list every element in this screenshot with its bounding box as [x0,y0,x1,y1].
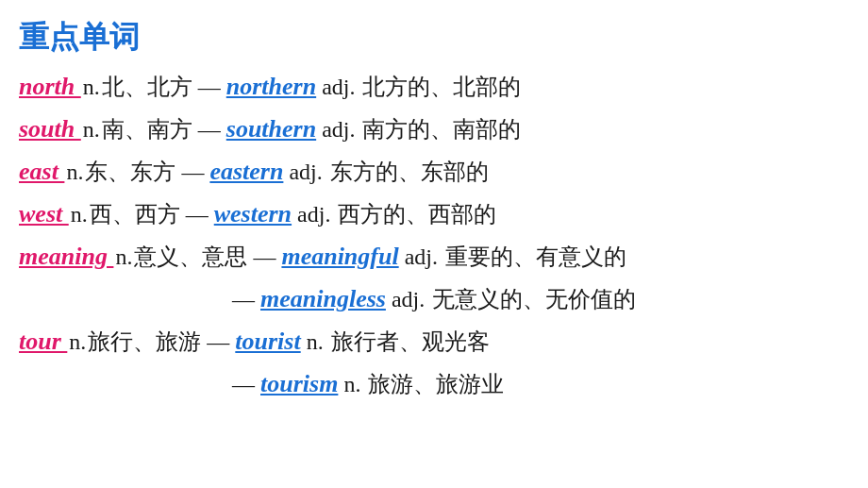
pos1-tour: n. [69,325,86,359]
cn2-north: 北方的、北部的 [362,70,521,104]
cn1-west: 西、西方 [90,197,180,231]
pos2-east: adj. [283,155,327,189]
pos2-meaning: adj. [399,240,443,274]
pos2-meaningless: adj. [386,282,430,316]
word-meaning: meaning [19,238,113,275]
cn2-east: 东方的、东部的 [330,155,489,189]
vocab-row-south: south n.南、南方—southern adj. 南方的、南部的 [19,110,849,147]
pos1-east: n. [66,155,83,189]
cn2-meaning: 重要的、有意义的 [445,240,626,274]
word-east: east [19,153,64,190]
vocab-row-east: east n.东、东方—eastern adj. 东方的、东部的 [19,153,849,190]
cn2-tourism: 旅游、旅游业 [368,367,504,401]
arrow-west: — [186,197,209,231]
arrow-south: — [198,112,221,146]
arrow-meaning: — [253,240,275,274]
pos1-north: n. [83,70,100,104]
pos1-meaning: n. [115,240,132,274]
page-title: 重点单词 [19,17,849,59]
cn1-north: 北、北方 [102,70,192,104]
cn1-south: 南、南方 [102,112,192,146]
vocab-row-meaningless: —meaningless adj. 无意义的、无价值的 [19,280,849,317]
derived-north: northern [226,68,316,105]
derived-east: eastern [209,153,283,190]
vocab-row-west: west n.西、西方—western adj. 西方的、西部的 [19,195,849,232]
derived-meaning: meaningful [281,238,398,275]
vocab-list: north n.北、北方—northern adj. 北方的、北部的south … [19,68,849,402]
pos1-west: n. [71,197,88,231]
arrow-tourism: — [232,367,255,401]
cn1-tour: 旅行、旅游 [88,325,201,359]
pos2-west: adj. [292,197,336,231]
pos2-south: adj. [316,112,360,146]
cn2-south: 南方的、南部的 [362,112,521,146]
derived-tour: tourist [235,323,300,360]
derived-meaningless: meaningless [260,280,386,317]
derived-west: western [214,195,292,232]
arrow-east: — [181,155,204,189]
word-west: west [19,195,69,232]
derived-south: southern [226,110,316,147]
vocab-row-meaning: meaning n.意义、意思—meaningful adj. 重要的、有意义的 [19,238,849,275]
pos2-tour: n. [301,325,329,359]
word-south: south [19,110,81,147]
cn1-meaning: 意义、意思 [134,240,247,274]
vocab-row-north: north n.北、北方—northern adj. 北方的、北部的 [19,68,849,105]
derived-tourism: tourism [260,365,338,402]
cn2-tour: 旅行者、观光客 [331,325,490,359]
pos2-tourism: n. [338,367,366,401]
word-north: north [19,68,81,105]
cn2-west: 西方的、西部的 [338,197,496,231]
arrow-tour: — [207,325,229,359]
pos1-south: n. [83,112,100,146]
arrow-meaningless: — [232,282,255,316]
arrow-north: — [198,70,221,104]
vocab-row-tour: tour n.旅行、旅游—tourist n. 旅行者、观光客 [19,323,849,360]
pos2-north: adj. [316,70,360,104]
cn2-meaningless: 无意义的、无价值的 [432,282,636,316]
cn1-east: 东、东方 [85,155,175,189]
vocab-row-tourism: —tourism n. 旅游、旅游业 [19,365,849,402]
word-tour: tour [19,323,67,360]
